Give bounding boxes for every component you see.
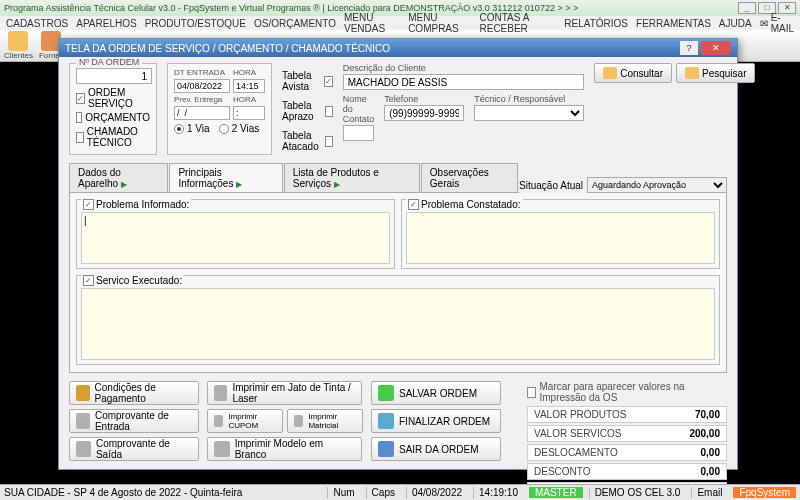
menu-aparelhos[interactable]: APARELHOS xyxy=(76,18,136,29)
via1-radio[interactable] xyxy=(174,124,184,134)
status-master: MASTER xyxy=(529,487,583,498)
toolbar-clientes[interactable]: Clientes xyxy=(4,31,33,60)
check-icon xyxy=(378,385,394,401)
menu-os[interactable]: OS/ORÇAMENTO xyxy=(254,18,336,29)
tab-dados-aparelho[interactable]: Dados do Aparelho ▶ xyxy=(69,163,168,192)
menu-produto[interactable]: PRODUTO/ESTOQUE xyxy=(145,18,246,29)
minimize-button[interactable]: _ xyxy=(738,2,756,14)
dialog-title: TELA DA ORDEM DE SERVIÇO / ORÇAMENTO / C… xyxy=(65,43,680,54)
tab-content: ✓Problema Informado: | ✓Problema Constat… xyxy=(69,193,727,373)
chamado-checkbox[interactable] xyxy=(76,132,84,143)
cliente-input[interactable] xyxy=(343,74,585,90)
arrow-right-icon: ▶ xyxy=(121,180,127,189)
printer-icon xyxy=(214,385,227,401)
dialog-close-button[interactable]: ✕ xyxy=(701,41,731,55)
status-city: SUA CIDADE - SP 4 de Agosto de 2022 - Qu… xyxy=(4,487,242,498)
servico-executado-group: ✓Servico Executado: xyxy=(76,275,720,365)
prob-informado-checkbox[interactable]: ✓ xyxy=(83,199,94,210)
imprimir-matricial-button[interactable]: Imprimir Matricial xyxy=(287,409,363,433)
ordem-servico-checkbox[interactable]: ✓ xyxy=(76,93,85,104)
people-icon xyxy=(8,31,28,51)
arrow-right-icon: ▶ xyxy=(334,180,340,189)
status-date: 04/08/2022 xyxy=(406,487,467,498)
status-time: 14:19:10 xyxy=(473,487,523,498)
aprazo-checkbox[interactable] xyxy=(325,106,333,117)
prob-constatado-checkbox[interactable]: ✓ xyxy=(408,199,419,210)
valor-produtos: 70,00 xyxy=(695,409,720,420)
menu-contas[interactable]: CONTAS A RECEBER xyxy=(479,12,556,34)
situacao-select[interactable]: Aguardando Aprovação xyxy=(587,177,727,193)
finalizar-ordem-button[interactable]: FINALIZAR ORDEM xyxy=(371,409,501,433)
entrada-hora-input[interactable] xyxy=(233,79,265,93)
menu-cadastros[interactable]: CADASTROS xyxy=(6,18,68,29)
via2-radio[interactable] xyxy=(219,124,229,134)
dialog-titlebar: TELA DA ORDEM DE SERVIÇO / ORÇAMENTO / C… xyxy=(59,39,737,57)
exit-icon xyxy=(378,441,394,457)
situacao-group: Situação Atual Aguardando Aprovação xyxy=(519,177,727,193)
problema-informado-group: ✓Problema Informado: | xyxy=(76,199,395,269)
telefone-input[interactable] xyxy=(384,105,464,121)
imprimir-cupom-button[interactable]: Imprimir CUPOM xyxy=(207,409,283,433)
coin-icon xyxy=(76,385,90,401)
printer-icon xyxy=(214,441,230,457)
valor-desconto: 0,00 xyxy=(701,466,720,477)
valor-deslocamento: 0,00 xyxy=(701,447,720,458)
order-dialog: TELA DA ORDEM DE SERVIÇO / ORÇAMENTO / C… xyxy=(58,38,738,470)
status-email[interactable]: Email xyxy=(691,487,727,498)
order-number-input[interactable] xyxy=(76,68,152,84)
orcamento-checkbox[interactable] xyxy=(76,112,82,123)
problema-informado-textarea[interactable]: | xyxy=(81,212,390,264)
problema-constatado-group: ✓Problema Constatado: xyxy=(401,199,720,269)
arrow-right-icon: ▶ xyxy=(236,180,242,189)
valor-servicos: 200,00 xyxy=(689,428,720,439)
comprovante-entrada-button[interactable]: Comprovante de Entrada xyxy=(69,409,199,433)
tab-observacoes[interactable]: Observações Gerais xyxy=(421,163,518,192)
status-caps: Caps xyxy=(366,487,400,498)
printer-icon xyxy=(214,415,223,427)
menu-vendas[interactable]: MENU VENDAS xyxy=(344,12,400,34)
order-number-group: Nº DA ORDEM ✓ORDEM SERVIÇO ORÇAMENTO CHA… xyxy=(69,63,157,155)
tab-principais-info[interactable]: Principais Informações ▶ xyxy=(169,163,282,192)
email-button[interactable]: ✉ E-MAIL xyxy=(760,12,794,34)
prev-date-input[interactable] xyxy=(174,106,230,120)
tab-produtos-servicos[interactable]: Lista de Produtos e Serviços ▶ xyxy=(284,163,420,192)
client-group: Descrição do Cliente Nome do Contato Tel… xyxy=(343,63,585,155)
comprovante-saida-button[interactable]: Comprovante de Saída xyxy=(69,437,199,461)
avista-checkbox[interactable]: ✓ xyxy=(324,76,333,87)
salvar-ordem-button[interactable]: SALVAR ORDEM xyxy=(371,381,501,405)
dialog-help-button[interactable]: ? xyxy=(680,41,698,55)
entrada-date-input[interactable] xyxy=(174,79,230,93)
prev-hora-input[interactable] xyxy=(233,106,265,120)
imprimir-jato-button[interactable]: Imprimir em Jato de Tinta / Laser xyxy=(207,381,362,405)
serv-executado-checkbox[interactable]: ✓ xyxy=(83,275,94,286)
menu-ajuda[interactable]: AJUDA xyxy=(719,18,752,29)
date-group: DT ENTRADAHORA Prev. EntregaHORA 1 Via 2… xyxy=(167,63,272,155)
contato-input[interactable] xyxy=(343,125,375,141)
status-fpq[interactable]: FpqSystem xyxy=(733,487,796,498)
pesquisar-button[interactable]: Pesquisar xyxy=(676,63,755,83)
problema-constatado-textarea[interactable] xyxy=(406,212,715,264)
sair-ordem-button[interactable]: SAIR DA ORDEM xyxy=(371,437,501,461)
search-icon xyxy=(603,67,617,79)
printer-icon xyxy=(294,415,303,427)
servico-executado-textarea[interactable] xyxy=(81,288,715,360)
consultar-button[interactable]: Consultar xyxy=(594,63,672,83)
tecnico-select[interactable] xyxy=(474,105,584,121)
menu-ferramentas[interactable]: FERRAMENTAS xyxy=(636,18,711,29)
condicoes-pagamento-button[interactable]: Condições de Pagamento xyxy=(69,381,199,405)
menu-relatorios[interactable]: RELATÓRIOS xyxy=(564,18,628,29)
finalize-icon xyxy=(378,413,394,429)
menu-compras[interactable]: MENU COMPRAS xyxy=(408,12,471,34)
atacado-checkbox[interactable] xyxy=(325,136,332,147)
menubar: CADASTROS APARELHOS PRODUTO/ESTOQUE OS/O… xyxy=(0,16,800,30)
tabela-group: Tabela Avista✓ Tabela Aprazo Tabela Atac… xyxy=(282,63,333,155)
magnifier-icon xyxy=(685,67,699,79)
status-num: Num xyxy=(327,487,359,498)
tab-bar: Dados do Aparelho ▶ Principais Informaçõ… xyxy=(69,163,519,193)
status-demo: DEMO OS CEL 3.0 xyxy=(589,487,686,498)
imprimir-branco-button[interactable]: Imprimir Modelo em Branco xyxy=(207,437,362,461)
status-bar: SUA CIDADE - SP 4 de Agosto de 2022 - Qu… xyxy=(0,484,800,500)
marcar-checkbox[interactable] xyxy=(527,387,536,398)
printer-icon xyxy=(76,441,91,457)
printer-icon xyxy=(76,413,90,429)
